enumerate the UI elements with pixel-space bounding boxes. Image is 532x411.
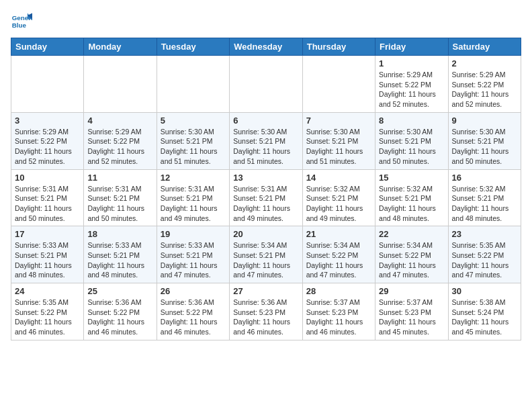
logo: General Blue: [11, 11, 32, 32]
weekday-header-row: SundayMondayTuesdayWednesdayThursdayFrid…: [11, 38, 521, 56]
day-cell: 25Sunrise: 5:36 AM Sunset: 5:22 PM Dayli…: [84, 283, 157, 340]
day-number: 10: [15, 173, 80, 183]
day-cell: 1Sunrise: 5:29 AM Sunset: 5:22 PM Daylig…: [375, 56, 448, 113]
day-cell: 26Sunrise: 5:36 AM Sunset: 5:22 PM Dayli…: [157, 283, 229, 340]
day-cell: 2Sunrise: 5:29 AM Sunset: 5:22 PM Daylig…: [448, 56, 521, 113]
week-row-2: 3Sunrise: 5:29 AM Sunset: 5:22 PM Daylig…: [11, 112, 521, 169]
page-header: General Blue: [11, 11, 521, 32]
day-number: 11: [87, 173, 152, 183]
day-info: Sunrise: 5:30 AM Sunset: 5:21 PM Dayligh…: [233, 127, 298, 167]
weekday-header-thursday: Thursday: [302, 38, 375, 56]
day-info: Sunrise: 5:34 AM Sunset: 5:22 PM Dayligh…: [306, 240, 371, 280]
day-cell: 10Sunrise: 5:31 AM Sunset: 5:21 PM Dayli…: [11, 169, 84, 226]
day-info: Sunrise: 5:30 AM Sunset: 5:21 PM Dayligh…: [306, 127, 371, 167]
day-number: 13: [233, 173, 298, 183]
day-number: 30: [452, 286, 517, 296]
day-cell: 23Sunrise: 5:35 AM Sunset: 5:22 PM Dayli…: [448, 226, 521, 283]
day-number: 27: [233, 286, 298, 296]
day-number: 7: [306, 116, 371, 126]
day-number: 18: [87, 229, 152, 239]
day-cell: 30Sunrise: 5:38 AM Sunset: 5:24 PM Dayli…: [448, 283, 521, 340]
day-cell: 15Sunrise: 5:32 AM Sunset: 5:21 PM Dayli…: [375, 169, 448, 226]
day-info: Sunrise: 5:30 AM Sunset: 5:21 PM Dayligh…: [379, 127, 444, 167]
day-number: 24: [15, 286, 80, 296]
day-cell: [302, 56, 375, 113]
day-cell: 9Sunrise: 5:30 AM Sunset: 5:21 PM Daylig…: [448, 112, 521, 169]
day-info: Sunrise: 5:35 AM Sunset: 5:22 PM Dayligh…: [452, 240, 517, 280]
day-number: 4: [87, 116, 152, 126]
day-number: 21: [306, 229, 371, 239]
day-cell: 29Sunrise: 5:37 AM Sunset: 5:23 PM Dayli…: [375, 283, 448, 340]
day-info: Sunrise: 5:33 AM Sunset: 5:21 PM Dayligh…: [87, 240, 152, 280]
day-cell: 4Sunrise: 5:29 AM Sunset: 5:22 PM Daylig…: [84, 112, 157, 169]
day-info: Sunrise: 5:37 AM Sunset: 5:23 PM Dayligh…: [379, 298, 444, 337]
day-info: Sunrise: 5:36 AM Sunset: 5:22 PM Dayligh…: [87, 298, 152, 337]
day-cell: 22Sunrise: 5:34 AM Sunset: 5:22 PM Dayli…: [375, 226, 448, 283]
day-cell: [84, 56, 157, 113]
day-cell: 11Sunrise: 5:31 AM Sunset: 5:21 PM Dayli…: [84, 169, 157, 226]
day-number: 12: [161, 173, 226, 183]
day-info: Sunrise: 5:31 AM Sunset: 5:21 PM Dayligh…: [87, 184, 152, 224]
weekday-header-wednesday: Wednesday: [230, 38, 302, 56]
day-info: Sunrise: 5:34 AM Sunset: 5:21 PM Dayligh…: [233, 240, 298, 280]
week-row-3: 10Sunrise: 5:31 AM Sunset: 5:21 PM Dayli…: [11, 169, 521, 226]
day-number: 16: [452, 173, 517, 183]
day-info: Sunrise: 5:33 AM Sunset: 5:21 PM Dayligh…: [15, 240, 80, 280]
day-info: Sunrise: 5:34 AM Sunset: 5:22 PM Dayligh…: [379, 240, 444, 280]
day-number: 15: [379, 173, 444, 183]
day-cell: 16Sunrise: 5:32 AM Sunset: 5:21 PM Dayli…: [448, 169, 521, 226]
day-number: 8: [379, 116, 444, 126]
day-info: Sunrise: 5:29 AM Sunset: 5:22 PM Dayligh…: [87, 127, 152, 167]
day-cell: 13Sunrise: 5:31 AM Sunset: 5:21 PM Dayli…: [230, 169, 302, 226]
day-info: Sunrise: 5:38 AM Sunset: 5:24 PM Dayligh…: [452, 298, 517, 337]
weekday-header-friday: Friday: [375, 38, 448, 56]
day-cell: 6Sunrise: 5:30 AM Sunset: 5:21 PM Daylig…: [230, 112, 302, 169]
weekday-header-monday: Monday: [84, 38, 157, 56]
logo-icon: General Blue: [11, 11, 32, 32]
day-number: 14: [306, 173, 371, 183]
day-cell: 7Sunrise: 5:30 AM Sunset: 5:21 PM Daylig…: [302, 112, 375, 169]
day-info: Sunrise: 5:30 AM Sunset: 5:21 PM Dayligh…: [452, 127, 517, 167]
day-cell: 3Sunrise: 5:29 AM Sunset: 5:22 PM Daylig…: [11, 112, 84, 169]
day-cell: [230, 56, 302, 113]
day-number: 23: [452, 229, 517, 239]
week-row-4: 17Sunrise: 5:33 AM Sunset: 5:21 PM Dayli…: [11, 226, 521, 283]
week-row-5: 24Sunrise: 5:35 AM Sunset: 5:22 PM Dayli…: [11, 283, 521, 340]
day-cell: 27Sunrise: 5:36 AM Sunset: 5:23 PM Dayli…: [230, 283, 302, 340]
weekday-header-saturday: Saturday: [448, 38, 521, 56]
day-number: 17: [15, 229, 80, 239]
day-number: 2: [452, 58, 517, 68]
day-cell: 17Sunrise: 5:33 AM Sunset: 5:21 PM Dayli…: [11, 226, 84, 283]
day-number: 19: [161, 229, 226, 239]
svg-text:Blue: Blue: [12, 21, 27, 29]
weekday-header-sunday: Sunday: [11, 38, 84, 56]
day-number: 5: [161, 116, 226, 126]
day-info: Sunrise: 5:36 AM Sunset: 5:22 PM Dayligh…: [161, 298, 226, 337]
day-cell: 14Sunrise: 5:32 AM Sunset: 5:21 PM Dayli…: [302, 169, 375, 226]
day-info: Sunrise: 5:29 AM Sunset: 5:22 PM Dayligh…: [379, 70, 444, 109]
day-cell: 19Sunrise: 5:33 AM Sunset: 5:21 PM Dayli…: [157, 226, 229, 283]
day-info: Sunrise: 5:32 AM Sunset: 5:21 PM Dayligh…: [452, 184, 517, 224]
day-info: Sunrise: 5:30 AM Sunset: 5:21 PM Dayligh…: [161, 127, 226, 167]
calendar-table: SundayMondayTuesdayWednesdayThursdayFrid…: [11, 38, 521, 340]
day-info: Sunrise: 5:31 AM Sunset: 5:21 PM Dayligh…: [15, 184, 80, 224]
day-cell: 21Sunrise: 5:34 AM Sunset: 5:22 PM Dayli…: [302, 226, 375, 283]
day-info: Sunrise: 5:32 AM Sunset: 5:21 PM Dayligh…: [306, 184, 371, 224]
day-number: 29: [379, 286, 444, 296]
day-info: Sunrise: 5:31 AM Sunset: 5:21 PM Dayligh…: [161, 184, 226, 224]
day-info: Sunrise: 5:29 AM Sunset: 5:22 PM Dayligh…: [15, 127, 80, 167]
day-number: 1: [379, 58, 444, 68]
day-number: 6: [233, 116, 298, 126]
day-number: 3: [15, 116, 80, 126]
day-number: 20: [233, 229, 298, 239]
day-info: Sunrise: 5:33 AM Sunset: 5:21 PM Dayligh…: [161, 240, 226, 280]
day-cell: 28Sunrise: 5:37 AM Sunset: 5:23 PM Dayli…: [302, 283, 375, 340]
day-cell: [11, 56, 84, 113]
day-number: 28: [306, 286, 371, 296]
week-row-1: 1Sunrise: 5:29 AM Sunset: 5:22 PM Daylig…: [11, 56, 521, 113]
day-number: 26: [161, 286, 226, 296]
day-info: Sunrise: 5:29 AM Sunset: 5:22 PM Dayligh…: [452, 70, 517, 109]
day-cell: 8Sunrise: 5:30 AM Sunset: 5:21 PM Daylig…: [375, 112, 448, 169]
day-info: Sunrise: 5:32 AM Sunset: 5:21 PM Dayligh…: [379, 184, 444, 224]
day-info: Sunrise: 5:35 AM Sunset: 5:22 PM Dayligh…: [15, 298, 80, 337]
